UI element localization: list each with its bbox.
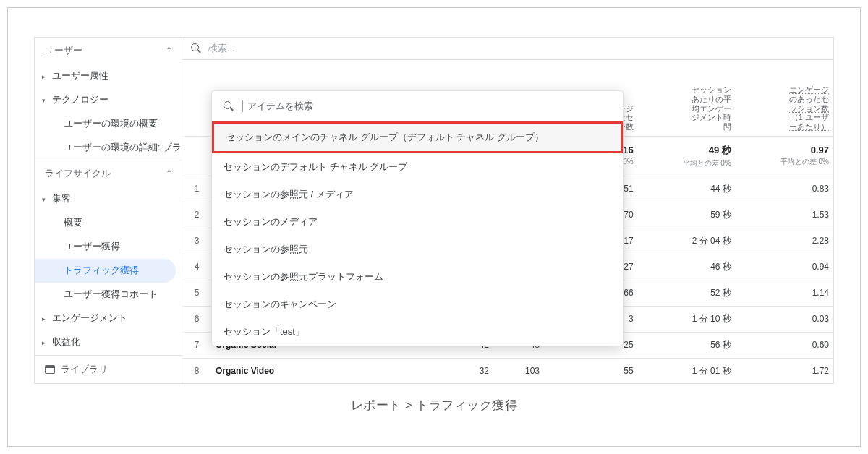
row-engaged-sessions: 55	[544, 358, 638, 383]
sidebar-item-label: 概要	[64, 217, 82, 229]
sidebar-item-label: トラフィック獲得	[64, 265, 139, 277]
sidebar-item-engagement[interactable]: ▸ エンゲージメント	[35, 307, 182, 330]
sidebar-item-label: 収益化	[52, 336, 80, 348]
search-icon	[224, 101, 234, 111]
dropdown-search[interactable]: アイテムを検索	[212, 91, 623, 121]
sidebar-item-label: ユーザー獲得コホート	[64, 288, 158, 301]
row-engaged-per-user: 1.72	[736, 358, 833, 383]
dropdown-item[interactable]: セッションの参照元プラットフォーム	[212, 263, 623, 291]
row-engaged-per-user: 0.94	[736, 254, 833, 280]
summary-c4: 49 秒平均との差 0%	[638, 136, 736, 176]
row-index: 5	[182, 280, 211, 306]
sidebar-item-label: ユーザーの環境の詳細: ブラ…	[64, 142, 182, 154]
library-icon	[45, 365, 55, 374]
sidebar-item-user-attributes[interactable]: ▸ ユーザー属性	[35, 64, 182, 88]
app-window: ユーザー ˄ ▸ ユーザー属性 ▾ テクノロジー ユーザーの環境の概要	[34, 37, 834, 384]
col-engaged-per-user[interactable]: エンゲージのあったセッション数（1 ユーザーあたり）	[736, 60, 833, 136]
sidebar-group-user[interactable]: ユーザー ˄	[35, 38, 182, 64]
sidebar-item-acquisition[interactable]: ▾ 集客	[35, 187, 182, 211]
row-engaged-per-user: 0.83	[736, 176, 833, 202]
sidebar-item-acq-user[interactable]: ユーザー獲得	[35, 235, 182, 259]
row-engaged-per-user: 2.28	[736, 228, 833, 254]
row-avg-engagement: 52 秒	[638, 280, 736, 306]
row-engaged-per-user: 0.03	[736, 306, 833, 332]
row-dimension: Organic Video	[211, 358, 443, 383]
row-avg-engagement: 46 秒	[638, 254, 736, 280]
row-index: 7	[182, 332, 211, 358]
dropdown-item[interactable]: セッションのメディア	[212, 208, 623, 236]
main-area: ユーザー ˄ ▸ ユーザー属性 ▾ テクノロジー ユーザーの環境の概要	[35, 38, 833, 383]
caret-down-icon: ▾	[42, 97, 52, 104]
row-avg-engagement: 1 分 10 秒	[638, 306, 736, 332]
dropdown-item[interactable]: セッション「test」	[212, 318, 623, 346]
row-engaged-per-user: 0.60	[736, 332, 833, 358]
row-index: 4	[182, 254, 211, 280]
sidebar-item-label: テクノロジー	[52, 94, 109, 106]
row-avg-engagement: 44 秒	[638, 176, 736, 202]
search-icon	[191, 43, 201, 53]
caret-right-icon: ▸	[42, 73, 52, 80]
dropdown-item[interactable]: セッションの参照元	[212, 236, 623, 263]
row-avg-engagement: 59 秒	[638, 202, 736, 228]
sidebar-item-label: エンゲージメント	[52, 312, 127, 325]
caret-down-icon: ▾	[42, 196, 52, 203]
table-wrap: エンゲージのあったセッション数 セッションあたりの平均エンゲージメント時間 エン…	[182, 60, 833, 381]
sidebar-group-lifecycle[interactable]: ライフサイクル ˄	[35, 160, 182, 187]
row-index: 6	[182, 306, 211, 332]
dropdown-item[interactable]: セッションの参照元 / メディア	[212, 181, 623, 208]
sidebar-item-acq-traffic[interactable]: トラフィック獲得	[35, 259, 176, 283]
row-avg-engagement: 56 秒	[638, 332, 736, 358]
figure-caption: レポート > トラフィック獲得	[8, 397, 860, 414]
sidebar-library[interactable]: ライブラリ	[35, 355, 182, 383]
caret-right-icon: ▸	[42, 339, 52, 346]
row-engaged-per-user: 1.14	[736, 280, 833, 306]
sidebar-item-monetize[interactable]: ▸ 収益化	[35, 330, 182, 354]
sidebar-item-acq-cohort[interactable]: ユーザー獲得コホート	[35, 283, 182, 307]
row-avg-engagement: 2 分 04 秒	[638, 228, 736, 254]
row-avg-engagement: 1 分 01 秒	[638, 358, 736, 383]
sidebar-item-label: ユーザー属性	[52, 70, 109, 82]
sidebar-group-label: ユーザー	[45, 45, 82, 57]
search-bar[interactable]: 検索...	[182, 38, 833, 60]
dropdown-item[interactable]: セッションのキャンペーン	[212, 291, 623, 318]
row-index: 2	[182, 202, 211, 228]
chevron-up-icon: ˄	[166, 168, 171, 180]
col-index	[182, 60, 211, 136]
sidebar-item-tech-overview[interactable]: ユーザーの環境の概要	[35, 112, 182, 136]
dimension-dropdown: アイテムを検索 セッションのメインのチャネル グループ（デフォルト チャネル グ…	[211, 90, 624, 346]
search-placeholder: 検索...	[208, 42, 235, 55]
row-val-a: 32	[443, 358, 493, 383]
sidebar: ユーザー ˄ ▸ ユーザー属性 ▾ テクノロジー ユーザーの環境の概要	[35, 38, 182, 383]
content-pane: 検索... エンゲージのあったセッション数 セッションあたりの平均エンゲージメン…	[182, 38, 833, 383]
outer-frame: ユーザー ˄ ▸ ユーザー属性 ▾ テクノロジー ユーザーの環境の概要	[7, 7, 861, 447]
table-row[interactable]: 8Organic Video32103551 分 01 秒1.72	[182, 358, 833, 383]
sidebar-item-tech-detail[interactable]: ユーザーの環境の詳細: ブラ…	[35, 136, 182, 160]
chevron-up-icon: ˄	[166, 46, 171, 57]
sidebar-item-label: ユーザーの環境の概要	[64, 118, 158, 130]
sidebar-item-technology[interactable]: ▾ テクノロジー	[35, 88, 182, 112]
sidebar-group-label: ライフサイクル	[45, 168, 111, 180]
sidebar-item-label: 集客	[52, 193, 71, 205]
sidebar-item-label: ユーザー獲得	[64, 241, 120, 253]
row-engaged-per-user: 1.53	[736, 202, 833, 228]
row-val-b: 103	[493, 358, 544, 383]
row-index: 3	[182, 228, 211, 254]
sidebar-library-label: ライブラリ	[61, 363, 108, 376]
col-avg-engagement-time[interactable]: セッションあたりの平均エンゲージメント時間	[638, 60, 736, 136]
dropdown-search-placeholder: アイテムを検索	[247, 100, 313, 113]
dropdown-item[interactable]: セッションのメインのチャネル グループ（デフォルト チャネル グループ）	[212, 121, 623, 153]
dropdown-item[interactable]: セッションのデフォルト チャネル グループ	[212, 153, 623, 181]
row-index: 1	[182, 176, 211, 202]
summary-c5: 0.97平均との差 0%	[736, 136, 833, 176]
caret-right-icon: ▸	[42, 315, 52, 322]
sidebar-item-acq-overview[interactable]: 概要	[35, 211, 182, 235]
row-index: 8	[182, 358, 211, 383]
